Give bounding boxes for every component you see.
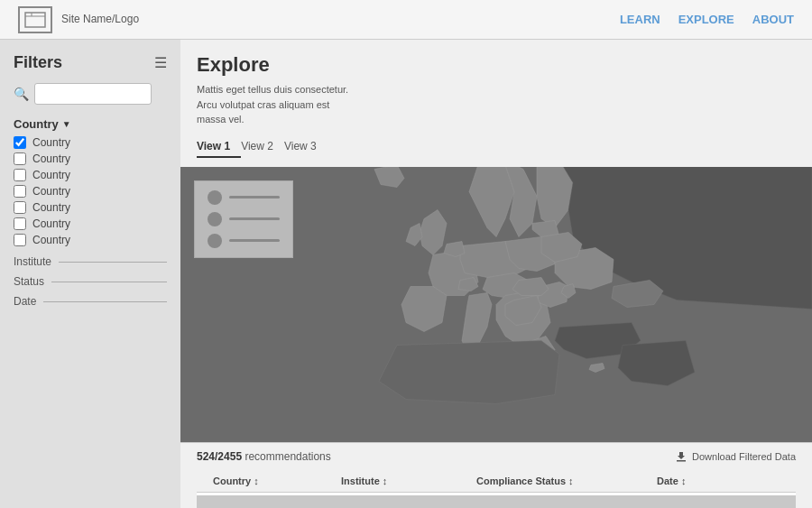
institute-divider: [59, 262, 167, 263]
legend-item-2: [208, 234, 280, 248]
institute-filter-label: Institute: [14, 255, 51, 268]
th-country[interactable]: Country ↕: [197, 476, 341, 486]
country-checkbox-input-5[interactable]: [14, 217, 26, 230]
country-checkbox-label-6: Country: [32, 234, 70, 246]
country-checkbox-label-2: Country: [32, 169, 70, 181]
filter-adjust-icon[interactable]: ☰: [154, 54, 167, 71]
sidebar-header: Filters ☰: [14, 53, 167, 72]
map-section: Explore Mattis eget tellus duis consecte…: [180, 40, 812, 442]
th-date[interactable]: Date ↕: [657, 476, 765, 486]
td-country-0: [197, 500, 341, 509]
tab-view3[interactable]: View 3: [284, 136, 328, 158]
legend-line-2: [229, 239, 280, 242]
status-filter-label: Status: [14, 275, 44, 288]
th-compliance[interactable]: Compliance Status ↕: [476, 476, 657, 486]
table-row: [197, 495, 796, 509]
logo-area: Site Name/Logo: [18, 6, 139, 33]
country-checkbox-input-2[interactable]: [14, 169, 26, 181]
results-count: 524/2455 recommendations: [197, 450, 331, 463]
date-divider: [43, 301, 167, 302]
results-row: 524/2455 recommendations Download Filter…: [197, 450, 796, 463]
results-section: 524/2455 recommendations Download Filter…: [180, 442, 812, 509]
country-checkbox-2[interactable]: Country: [14, 169, 167, 181]
country-checkbox-input-3[interactable]: [14, 185, 26, 198]
th-institute[interactable]: Institute ↕: [341, 476, 476, 486]
download-button[interactable]: Download Filtered Data: [675, 450, 796, 463]
status-divider: [51, 282, 167, 282]
tab-view1[interactable]: View 1: [197, 136, 241, 158]
filters-title: Filters: [14, 53, 62, 72]
content-area: Explore Mattis eget tellus duis consecte…: [180, 40, 812, 508]
td-date-0: [657, 500, 765, 509]
nav-learn[interactable]: LEARN: [620, 13, 660, 26]
legend-circle-2: [208, 234, 222, 248]
country-filter-section: Country ▼ Country Country Country Countr…: [14, 117, 167, 246]
td-institute-0: [341, 500, 476, 509]
country-checkbox-input-6[interactable]: [14, 234, 26, 246]
country-checkbox-0[interactable]: Country: [14, 136, 167, 149]
country-checkbox-5[interactable]: Country: [14, 217, 167, 230]
country-checkbox-label-1: Country: [32, 152, 70, 165]
legend-circle-1: [208, 212, 222, 226]
page-title: Explore: [197, 53, 796, 77]
svg-rect-4: [677, 460, 686, 462]
map-container[interactable]: [180, 167, 812, 442]
country-checkbox-1[interactable]: Country: [14, 152, 167, 165]
status-filter: Status: [14, 275, 167, 288]
logo-icon: [24, 12, 46, 28]
country-checkbox-3[interactable]: Country: [14, 185, 167, 198]
search-icon: 🔍: [14, 87, 29, 101]
results-number: 524/2455: [197, 450, 242, 463]
legend-circle-0: [208, 190, 222, 205]
header: Site Name/Logo LEARN EXPLORE ABOUT: [0, 0, 812, 40]
site-name: Site Name/Logo: [61, 13, 139, 25]
table-header: Country ↕ Institute ↕ Compliance Status …: [197, 470, 796, 493]
date-filter-label: Date: [14, 295, 36, 308]
download-label: Download Filtered Data: [692, 451, 796, 462]
country-checkbox-label-4: Country: [32, 201, 70, 214]
results-label: recommendations: [245, 450, 330, 463]
nav-about[interactable]: ABOUT: [752, 13, 794, 26]
country-checkbox-input-1[interactable]: [14, 152, 26, 165]
legend-item-0: [208, 190, 280, 205]
country-checkbox-6[interactable]: Country: [14, 234, 167, 246]
data-table: Country ↕ Institute ↕ Compliance Status …: [197, 470, 796, 509]
sidebar: Filters ☰ 🔍 Country ▼ Country Country: [0, 40, 180, 508]
country-checkbox-label-5: Country: [32, 217, 70, 230]
country-checkbox-4[interactable]: Country: [14, 201, 167, 214]
nav-explore[interactable]: EXPLORE: [678, 13, 734, 26]
country-checkbox-input-4[interactable]: [14, 201, 26, 214]
legend-item-1: [208, 212, 280, 226]
view-tabs: View 1 View 2 View 3: [197, 136, 796, 158]
legend-line-1: [229, 217, 280, 220]
map-legend: [194, 180, 293, 258]
legend-line-0: [229, 196, 280, 199]
date-filter: Date: [14, 295, 167, 308]
chevron-down-icon: ▼: [62, 119, 71, 129]
td-compliance-0: [476, 500, 657, 509]
svg-rect-0: [25, 13, 45, 27]
logo-box: [18, 6, 52, 33]
page-description: Mattis eget tellus duis consectetur.Arcu…: [197, 82, 796, 127]
search-box: 🔍: [14, 83, 167, 105]
country-filter-header[interactable]: Country ▼: [14, 117, 167, 131]
tab-view2[interactable]: View 2: [241, 136, 284, 158]
country-checkbox-label-3: Country: [32, 185, 70, 198]
download-icon: [675, 450, 687, 463]
institute-filter: Institute: [14, 255, 167, 268]
country-checkbox-input-0[interactable]: [14, 136, 26, 149]
search-input[interactable]: [34, 83, 152, 105]
country-checkbox-label-0: Country: [32, 136, 70, 149]
main-layout: Filters ☰ 🔍 Country ▼ Country Country: [0, 40, 812, 508]
country-filter-label: Country: [14, 117, 59, 131]
nav-links: LEARN EXPLORE ABOUT: [620, 13, 794, 26]
